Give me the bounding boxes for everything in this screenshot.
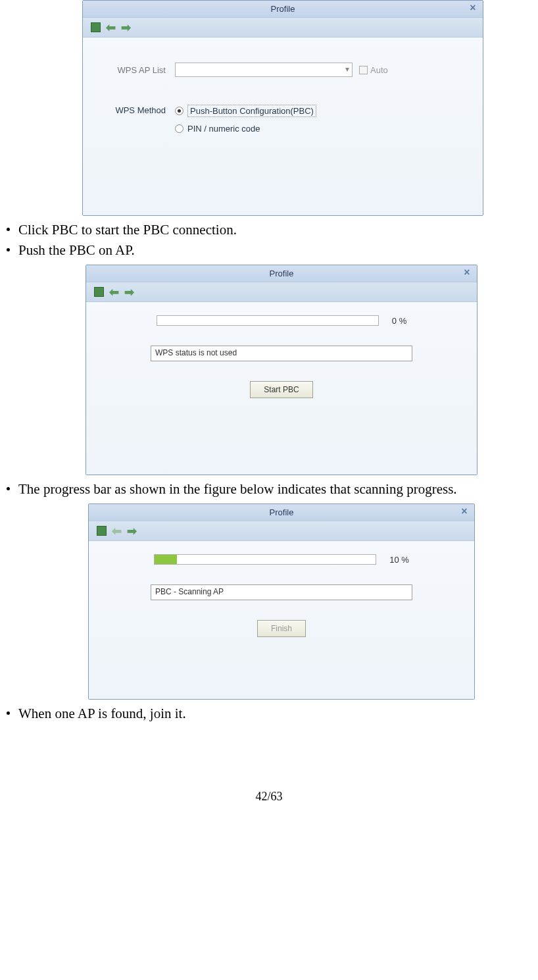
back-arrow-icon[interactable]: ⬅ bbox=[112, 524, 122, 538]
back-arrow-icon[interactable]: ⬅ bbox=[106, 20, 116, 35]
radio-pin-label: PIN / numeric code bbox=[187, 124, 260, 134]
radio-pbc[interactable]: Push-Button Configuration(PBC) bbox=[175, 105, 316, 117]
instruction-list: When one AP is found, join it. bbox=[0, 704, 538, 724]
progress-percent: 0 % bbox=[392, 316, 406, 326]
progress-bar bbox=[154, 554, 376, 565]
wps-ap-list-label: WPS AP List bbox=[103, 65, 175, 75]
progress-bar bbox=[157, 315, 379, 326]
dialog-title: Profile bbox=[270, 507, 294, 517]
page-number: 42/63 bbox=[0, 790, 538, 817]
list-item: The progress bar as shown in the figure … bbox=[7, 479, 538, 500]
close-icon[interactable]: × bbox=[458, 506, 470, 518]
status-field[interactable]: PBC - Scanning AP bbox=[151, 584, 412, 600]
progress-row: 0 % bbox=[157, 315, 406, 326]
profile-dialog-wps-method: Profile × ⬅ ➡ WPS AP List Auto WPS Metho… bbox=[82, 0, 483, 216]
status-field[interactable]: WPS status is not used bbox=[151, 346, 412, 361]
start-pbc-button[interactable]: Start PBC bbox=[250, 381, 312, 398]
toolbar: ⬅ ➡ bbox=[89, 521, 474, 541]
finish-button: Finish bbox=[257, 620, 306, 637]
list-item: When one AP is found, join it. bbox=[7, 704, 538, 724]
titlebar: Profile × bbox=[86, 265, 477, 282]
forward-arrow-icon[interactable]: ➡ bbox=[121, 20, 131, 35]
dialog-title: Profile bbox=[270, 269, 294, 278]
dialog-body: WPS AP List Auto WPS Method Push-Button … bbox=[83, 38, 483, 215]
back-arrow-icon[interactable]: ⬅ bbox=[109, 285, 119, 299]
progress-percent: 10 % bbox=[389, 555, 409, 565]
wps-method-radio-group: Push-Button Configuration(PBC) PIN / num… bbox=[175, 105, 316, 134]
forward-arrow-icon[interactable]: ➡ bbox=[127, 524, 137, 538]
titlebar: Profile × bbox=[89, 504, 474, 521]
progress-row: 10 % bbox=[154, 554, 409, 565]
dialog-body: 10 % PBC - Scanning AP Finish bbox=[89, 541, 474, 699]
toolbar: ⬅ ➡ bbox=[86, 282, 477, 302]
progress-fill bbox=[155, 555, 177, 564]
auto-checkbox-wrap[interactable]: Auto bbox=[359, 65, 388, 75]
stop-icon[interactable] bbox=[91, 22, 101, 32]
titlebar: Profile × bbox=[83, 1, 483, 18]
dialog-title: Profile bbox=[271, 4, 295, 14]
wps-method-label: WPS Method bbox=[103, 105, 175, 115]
list-item: Push the PBC on AP. bbox=[7, 240, 538, 261]
wps-method-row: WPS Method Push-Button Configuration(PBC… bbox=[103, 105, 463, 134]
radio-icon bbox=[175, 124, 183, 133]
instruction-list: The progress bar as shown in the figure … bbox=[0, 479, 538, 500]
toolbar: ⬅ ➡ bbox=[83, 18, 483, 38]
radio-pin[interactable]: PIN / numeric code bbox=[175, 124, 316, 134]
wps-ap-list-row: WPS AP List Auto bbox=[103, 63, 463, 77]
close-icon[interactable]: × bbox=[461, 267, 473, 279]
auto-label: Auto bbox=[370, 65, 388, 75]
forward-arrow-icon[interactable]: ➡ bbox=[124, 285, 134, 299]
radio-icon bbox=[175, 107, 183, 115]
checkbox-icon bbox=[359, 66, 368, 74]
instruction-list: Click PBC to start the PBC connection. P… bbox=[0, 220, 538, 261]
profile-dialog-scanning: Profile × ⬅ ➡ 10 % PBC - Scanning AP Fin… bbox=[88, 503, 475, 700]
stop-icon[interactable] bbox=[97, 526, 107, 536]
stop-icon[interactable] bbox=[94, 287, 104, 297]
profile-dialog-start-pbc: Profile × ⬅ ➡ 0 % WPS status is not used… bbox=[86, 265, 477, 475]
close-icon[interactable]: × bbox=[467, 3, 479, 14]
list-item: Click PBC to start the PBC connection. bbox=[7, 220, 538, 240]
radio-pbc-label: Push-Button Configuration(PBC) bbox=[187, 105, 316, 117]
wps-ap-list-dropdown[interactable] bbox=[175, 63, 353, 77]
dialog-body: 0 % WPS status is not used Start PBC bbox=[86, 302, 477, 475]
